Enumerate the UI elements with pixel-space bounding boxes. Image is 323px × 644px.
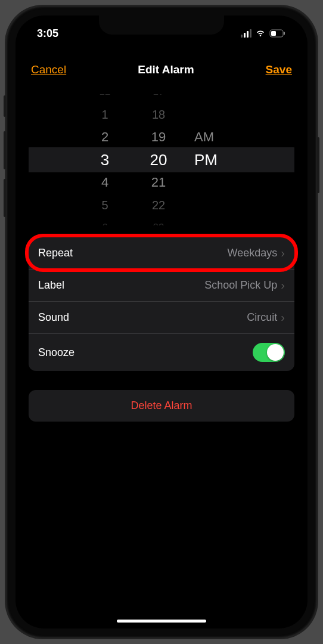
chevron-right-icon: › xyxy=(281,246,285,260)
svg-rect-2 xyxy=(284,32,285,35)
hour-column[interactable]: 12 1 2 3 4 5 6 xyxy=(87,94,123,225)
hour-selected: 3 xyxy=(101,148,109,171)
sound-value: Circuit xyxy=(247,311,277,324)
cancel-button[interactable]: Cancel xyxy=(31,63,66,76)
ampm-selected: PM xyxy=(194,148,218,171)
phone-frame: 3:05 Cancel Edit Alarm Save xyxy=(6,6,317,638)
silent-switch xyxy=(4,95,6,117)
label-value: School Pick Up xyxy=(204,279,277,292)
repeat-value: Weekdays xyxy=(228,247,278,259)
battery-icon xyxy=(269,29,286,38)
snooze-label: Snooze xyxy=(38,346,74,359)
save-button[interactable]: Save xyxy=(266,63,292,76)
label-row[interactable]: Label School Pick Up › xyxy=(29,270,294,302)
volume-down-button xyxy=(4,179,6,217)
signal-icon xyxy=(241,29,251,38)
status-right xyxy=(241,29,286,38)
delete-alarm-button[interactable]: Delete Alarm xyxy=(29,390,294,422)
nav-bar: Cancel Edit Alarm Save xyxy=(15,44,308,88)
settings-list: Repeat Weekdays › Label School Pick Up ›… xyxy=(29,237,294,371)
notch xyxy=(99,16,224,35)
label-label: Label xyxy=(38,279,64,292)
screen: 3:05 Cancel Edit Alarm Save xyxy=(15,16,308,628)
minute-column[interactable]: 17 18 19 20 21 22 23 xyxy=(141,94,176,225)
time-picker[interactable]: 12 1 2 3 4 5 6 17 18 19 20 21 22 23 xyxy=(29,94,294,225)
sound-row[interactable]: Sound Circuit › xyxy=(29,302,294,334)
chevron-right-icon: › xyxy=(281,278,285,292)
repeat-row[interactable]: Repeat Weekdays › xyxy=(29,237,294,270)
ampm-column[interactable]: AM PM xyxy=(194,94,236,225)
svg-rect-1 xyxy=(271,31,276,36)
repeat-label: Repeat xyxy=(38,247,73,259)
chevron-right-icon: › xyxy=(281,311,285,324)
toggle-knob xyxy=(267,344,284,361)
snooze-toggle[interactable] xyxy=(253,343,285,362)
sound-label: Sound xyxy=(38,311,69,324)
snooze-row: Snooze xyxy=(29,334,294,371)
volume-up-button xyxy=(4,131,6,169)
wifi-icon xyxy=(255,29,266,38)
power-button xyxy=(317,137,319,193)
page-title: Edit Alarm xyxy=(138,63,194,76)
minute-selected: 20 xyxy=(150,148,167,171)
status-time: 3:05 xyxy=(37,27,58,40)
home-indicator[interactable] xyxy=(117,620,206,623)
